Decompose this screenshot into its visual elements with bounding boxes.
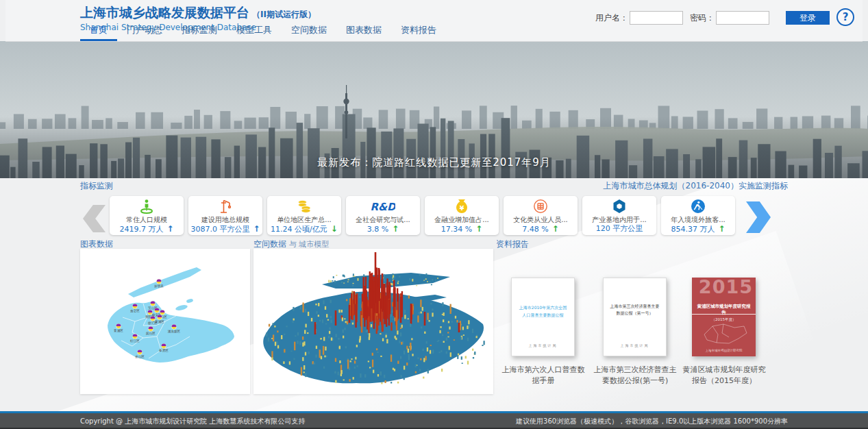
- report-cover-economic[interactable]: 上海市第三次经济普查主要数据公报（第一号） 上海市统计局: [603, 278, 667, 356]
- person-icon: [110, 198, 184, 215]
- indicator-card[interactable]: 产业基地内用于...120 平方公里: [582, 196, 656, 235]
- footer-copyright: Copyright @ 上海市城市规划设计研究院 上海数慧系统技术有限公司支持: [80, 417, 305, 426]
- page: 最新发布：院道路红线数据已更新至2017年9月 上海市城乡战略发展数据平台（II…: [0, 0, 868, 429]
- main-nav: 首页门户动态指标监测模型工具空间数据图表数据资料报告: [80, 22, 446, 41]
- password-label: 密码：: [690, 12, 715, 24]
- indicator-label: 文化类从业人员...: [504, 215, 578, 224]
- reports-section: 上海市2010年第六次全国人口普查主要数据公报 上海市统计局 上海市第三次经济普…: [496, 249, 792, 406]
- nav-item[interactable]: 门户动态: [117, 22, 172, 41]
- svg-text:松江区: 松江区: [129, 339, 140, 343]
- indicators-title: 指标监测: [80, 180, 113, 192]
- indicator-card[interactable]: 常住人口规模2419.7 万人↑: [110, 196, 184, 235]
- login-form: 用户名： 密码： 登录: [595, 11, 830, 25]
- svg-text:金山区: 金山区: [135, 355, 145, 358]
- username-label: 用户名：: [595, 12, 628, 24]
- indicator-value: 7.48 %↑: [504, 224, 578, 234]
- indicator-value: 120 平方公里: [582, 224, 656, 234]
- indicator-label: 单位地区生产总...: [267, 215, 341, 224]
- carousel-prev-icon[interactable]: [83, 205, 106, 232]
- nav-item[interactable]: 空间数据: [282, 22, 336, 41]
- district-chart-map-panel[interactable]: 崇明县嘉定区宝山区普陀区静安区虹口区徐汇区黄浦区青浦区闵行区松江区浦东新区金山区…: [80, 249, 250, 394]
- svg-text:奉贤区: 奉贤区: [159, 348, 169, 352]
- culture-icon: [504, 198, 578, 215]
- page-title-suffix: （II期试运行版）: [252, 10, 316, 19]
- spatial-section-subtitle: 与 城市模型: [289, 240, 330, 249]
- indicator-value: 11.24 公顷/亿元↓: [267, 224, 341, 234]
- indicator-value: 854.37 万人↑: [661, 224, 735, 234]
- trend-up-icon: ↑: [166, 224, 173, 234]
- nav-item[interactable]: 图表数据: [336, 22, 391, 41]
- svg-text:青浦区: 青浦区: [114, 329, 123, 332]
- report-cover-census[interactable]: 上海市2010年第六次全国人口普查主要数据公报 上海市统计局: [511, 278, 575, 356]
- report-caption[interactable]: 黄浦区城市规划年度研究报告（2015年度）: [680, 365, 769, 387]
- username-input[interactable]: [630, 11, 683, 25]
- trend-up-icon: ↑: [475, 224, 482, 234]
- svg-text:崇明县: 崇明县: [154, 284, 164, 288]
- page-title: 上海市城乡战略发展数据平台: [80, 5, 249, 20]
- rd-icon: R&D: [346, 198, 420, 215]
- indicator-label: 建设用地总规模: [188, 215, 262, 224]
- nav-item[interactable]: 模型工具: [227, 22, 282, 41]
- trend-up-icon: ↑: [392, 224, 399, 234]
- chongming-island[interactable]: [128, 267, 201, 297]
- crane-icon: [188, 198, 262, 215]
- latest-announcement[interactable]: 最新发布：院道路红线数据已更新至2017年9月: [0, 156, 868, 169]
- report-cover-huangpu[interactable]: 2015 黄浦区城市规划年度研究报告 （2015年度） 上海市城市规划设计研究院: [692, 278, 756, 356]
- trend-down-icon: ↓: [331, 224, 338, 234]
- nav-item[interactable]: 首页: [80, 22, 117, 41]
- svg-text:黄浦区: 黄浦区: [155, 320, 164, 323]
- header: 上海市城乡战略发展数据平台（II期试运行版） Shanghai Strategy…: [5, 0, 863, 42]
- indicator-label: 产业基地内用于...: [582, 215, 656, 224]
- trend-up-icon: ↑: [552, 224, 559, 234]
- trend-up-icon: ↑: [253, 224, 260, 234]
- moneybag-icon: ¥: [425, 198, 499, 215]
- spatial-section-title: 空间数据 与 城市模型: [253, 238, 329, 250]
- indicator-cards: 常住人口规模2419.7 万人↑建设用地总规模3087.0 平方公里↑单位地区生…: [110, 196, 735, 235]
- charts-section-title: 图表数据: [80, 238, 113, 250]
- indicator-value: 17.34 %↑: [425, 224, 499, 234]
- indicator-label: 金融业增加值占...: [425, 215, 499, 224]
- indicator-card[interactable]: 单位地区生产总...11.24 公顷/亿元↓: [267, 196, 341, 235]
- password-input[interactable]: [716, 11, 769, 25]
- indicator-card[interactable]: R&D全社会研究与试...3.8 %↑: [346, 196, 420, 235]
- trend-up-icon: ↑: [718, 224, 725, 234]
- svg-text:浦东新区: 浦东新区: [168, 330, 181, 333]
- report-caption[interactable]: 上海市第六次人口普查数据手册: [499, 365, 588, 387]
- login-button[interactable]: 登录: [786, 11, 830, 25]
- nav-item[interactable]: 资料报告: [391, 22, 446, 41]
- model-island-strip: [322, 273, 450, 289]
- footer-browser-notice: 建议使用360浏览器（极速模式），谷歌浏览器，IE9.0以上版本浏览器 1600…: [516, 417, 788, 426]
- indicator-value: 3087.0 平方公里↑: [188, 224, 262, 234]
- masterplan-indicators-link[interactable]: 上海市城市总体规划（2016-2040）实施监测指标: [604, 180, 788, 192]
- help-icon[interactable]: ?: [836, 8, 854, 26]
- indicator-label: 年入境境外旅客...: [661, 215, 735, 224]
- spatial-3d-model-panel[interactable]: [253, 249, 493, 394]
- indicator-card[interactable]: ¥金融业增加值占...17.34 %↑: [425, 196, 499, 235]
- footer: Copyright @ 上海市城市规划设计研究院 上海数慧系统技术有限公司支持 …: [0, 411, 868, 429]
- traveler-icon: [661, 198, 735, 215]
- indicators-header: 指标监测 上海市城市总体规划（2016-2040）实施监测指标: [80, 180, 788, 192]
- hexagon-icon: [582, 198, 656, 215]
- indicator-card[interactable]: 文化类从业人员...7.48 %↑: [504, 196, 578, 235]
- nav-item[interactable]: 指标监测: [172, 22, 227, 41]
- indicator-value: 3.8 %↑: [346, 224, 420, 234]
- indicator-label: 常住人口规模: [110, 215, 184, 224]
- indicator-card[interactable]: 建设用地总规模3087.0 平方公里↑: [188, 196, 262, 235]
- report-caption[interactable]: 上海市第三次经济普查主要数据公报(第一号): [591, 365, 680, 387]
- indicator-card[interactable]: 年入境境外旅客...854.37 万人↑: [661, 196, 735, 235]
- carousel-next-icon[interactable]: [746, 201, 771, 233]
- indicator-label: 全社会研究与试...: [346, 215, 420, 224]
- reports-section-title: 资料报告: [496, 238, 529, 250]
- svg-text:¥: ¥: [460, 204, 464, 212]
- coins-icon: [267, 198, 341, 215]
- indicator-value: 2419.7 万人↑: [110, 224, 184, 234]
- svg-text:R&D: R&D: [371, 201, 395, 213]
